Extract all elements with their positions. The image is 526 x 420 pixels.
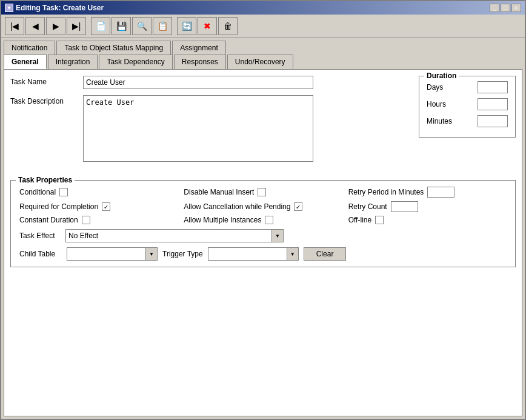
toolbar: |◀ ◀ ▶ ▶| 📄 💾 🔍 📋 🔄 ✖ 🗑 — [1, 15, 525, 38]
task-desc-row: Task Description Create User — [10, 95, 401, 162]
required-completion-checkbox[interactable] — [102, 202, 110, 211]
maximize-button[interactable]: □ — [501, 4, 510, 12]
save-button[interactable]: 💾 — [112, 17, 131, 35]
tab-integration[interactable]: Integration — [48, 55, 98, 69]
retry-period-label: Retry Period in Minutes — [348, 188, 424, 196]
retry-period-row: Retry Period in Minutes — [348, 187, 507, 198]
back-icon: ◀ — [32, 21, 39, 31]
retry-count-row: Retry Count — [348, 201, 507, 212]
child-table-wrapper: ▼ — [67, 247, 158, 261]
title-bar-left: ▼ Editing Task: Create User — [5, 4, 104, 12]
task-name-input[interactable] — [83, 76, 313, 89]
allow-multiple-checkbox[interactable] — [265, 216, 273, 224]
tab-general[interactable]: General — [4, 55, 47, 69]
constant-duration-row: Constant Duration — [19, 216, 178, 224]
search-icon: 🔍 — [137, 21, 147, 31]
task-desc-label: Task Description — [10, 95, 83, 105]
forward-button[interactable]: ▶ — [46, 17, 65, 35]
title-bar: ▼ Editing Task: Create User _ □ × — [1, 1, 525, 15]
search-button[interactable]: 🔍 — [132, 17, 151, 35]
forward-icon: ▶ — [53, 21, 59, 31]
tabs-row1: Notification Task to Object Status Mappi… — [1, 38, 525, 55]
last-icon: ▶| — [72, 21, 81, 31]
save-icon: 💾 — [116, 21, 127, 31]
minimize-button[interactable]: _ — [490, 4, 499, 12]
required-completion-row: Required for Completion — [19, 202, 178, 211]
first-button[interactable]: |◀ — [5, 17, 24, 35]
disable-manual-insert-label: Disable Manual Insert — [184, 188, 254, 196]
refresh-icon: 🔄 — [182, 21, 192, 31]
new-button[interactable]: 📄 — [91, 17, 110, 35]
trigger-type-select[interactable] — [208, 247, 299, 261]
trigger-type-wrapper: ▼ — [208, 247, 299, 261]
props-grid: Conditional Disable Manual Insert Retry … — [19, 187, 507, 224]
task-effect-label: Task Effect — [19, 232, 62, 240]
back-button[interactable]: ◀ — [25, 17, 45, 35]
title-buttons: _ □ × — [490, 4, 521, 12]
off-line-label: Off-line — [348, 216, 371, 224]
allow-multiple-row: Allow Multiple Instances — [184, 216, 342, 224]
task-desc-input[interactable]: Create User — [83, 95, 313, 162]
tab-undo-recovery[interactable]: Undo/Recovery — [227, 55, 293, 69]
allow-multiple-label: Allow Multiple Instances — [184, 216, 261, 224]
duration-minutes-row: Minutes — [427, 115, 508, 127]
disable-manual-insert-checkbox[interactable] — [258, 188, 266, 196]
trash-icon: 🗑 — [224, 21, 232, 31]
constant-duration-checkbox[interactable] — [82, 216, 90, 224]
task-effect-row: Task Effect No Effect Effect 1 ▼ — [19, 229, 507, 242]
required-completion-label: Required for Completion — [19, 202, 98, 211]
conditional-checkbox[interactable] — [59, 188, 68, 196]
child-table-select[interactable] — [67, 247, 158, 261]
form-fields: Task Name Task Description Create User — [10, 76, 401, 168]
last-button[interactable]: ▶| — [67, 17, 86, 35]
duration-hours-row: Hours — [427, 98, 508, 110]
conditional-row: Conditional — [19, 188, 178, 196]
trash-button[interactable]: 🗑 — [218, 17, 238, 35]
copy-button[interactable]: 📋 — [153, 17, 172, 35]
duration-hours-input[interactable] — [478, 98, 508, 110]
allow-cancellation-checkbox[interactable] — [294, 202, 302, 211]
refresh-button[interactable]: 🔄 — [177, 17, 196, 35]
duration-hours-label: Hours — [427, 100, 463, 108]
retry-period-input[interactable] — [427, 187, 454, 198]
task-properties: Task Properties Conditional Disable Manu… — [10, 180, 516, 267]
retry-count-input[interactable] — [391, 201, 418, 212]
window-title: Editing Task: Create User — [16, 4, 104, 12]
tab-responses[interactable]: Responses — [174, 55, 226, 69]
copy-icon: 📋 — [158, 21, 168, 31]
tab-assignment[interactable]: Assignment — [172, 41, 226, 55]
delete-red-button[interactable]: ✖ — [198, 17, 217, 35]
task-name-row: Task Name — [10, 76, 401, 89]
duration-days-row: Days — [427, 81, 508, 93]
child-table-row: Child Table ▼ Trigger Type ▼ Clear — [19, 247, 507, 261]
task-properties-legend: Task Properties — [16, 176, 75, 184]
duration-days-label: Days — [427, 83, 463, 92]
tabs-row2: General Integration Task Dependency Resp… — [1, 55, 525, 69]
tab-content: Task Name Task Description Create User D… — [4, 69, 522, 416]
duration-legend: Duration — [424, 72, 459, 80]
duration-minutes-input[interactable] — [478, 115, 508, 127]
new-icon: 📄 — [96, 21, 106, 31]
window-icon: ▼ — [5, 4, 13, 12]
duration-days-input[interactable] — [478, 81, 508, 93]
trigger-type-label: Trigger Type — [162, 250, 203, 258]
off-line-row: Off-line — [348, 216, 507, 224]
clear-button[interactable]: Clear — [304, 247, 347, 261]
tab-task-object-status[interactable]: Task to Object Status Mapping — [56, 41, 171, 55]
tab-task-dependency[interactable]: Task Dependency — [99, 55, 172, 69]
tab-notification[interactable]: Notification — [4, 41, 55, 55]
duration-minutes-label: Minutes — [427, 117, 463, 125]
main-form: Task Name Task Description Create User D… — [10, 76, 516, 168]
task-effect-wrapper: No Effect Effect 1 ▼ — [65, 229, 284, 242]
constant-duration-label: Constant Duration — [19, 216, 78, 224]
task-effect-select[interactable]: No Effect Effect 1 — [65, 229, 284, 242]
close-button[interactable]: × — [511, 4, 521, 12]
task-name-label: Task Name — [10, 76, 83, 86]
retry-count-label: Retry Count — [348, 202, 387, 211]
disable-manual-insert-row: Disable Manual Insert — [184, 188, 342, 196]
main-window: ▼ Editing Task: Create User _ □ × |◀ ◀ ▶… — [0, 0, 526, 420]
allow-cancellation-row: Allow Cancellation while Pending — [184, 202, 342, 211]
delete-icon: ✖ — [204, 21, 211, 31]
child-table-label: Child Table — [19, 250, 62, 258]
off-line-checkbox[interactable] — [375, 216, 384, 224]
